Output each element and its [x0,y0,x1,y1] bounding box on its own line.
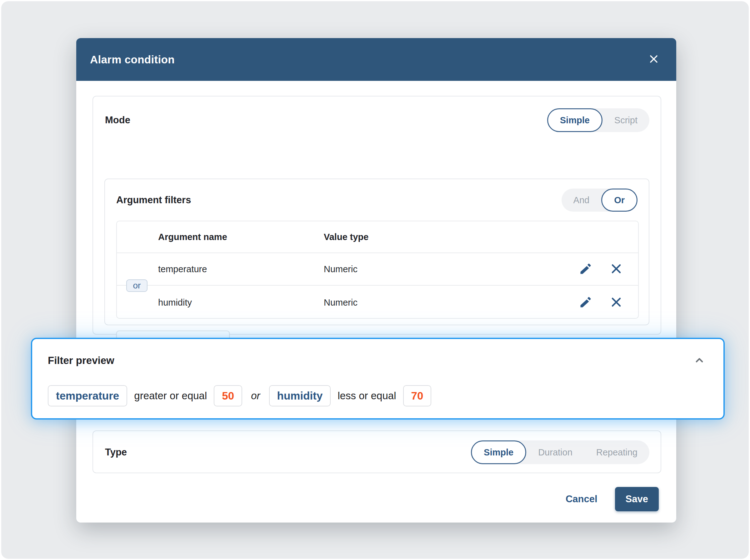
type-option-repeating[interactable]: Repeating [585,440,649,464]
value-type-cell: Numeric [324,264,357,274]
edit-icon [579,295,592,310]
remove-filter-button[interactable] [608,294,624,311]
row-join-operator-badge: or [126,279,147,292]
table-row: temperature Numeric [117,253,638,286]
argument-filters-table: Argument name Value type temperature Num… [116,221,639,319]
edit-filter-button[interactable] [577,294,594,311]
type-toggle: Simple Duration Repeating [471,440,649,464]
operator-toggle: And Or [561,189,637,212]
value-chip: 50 [214,385,242,407]
comparison-text: less or equal [337,390,396,402]
column-argument-name: Argument name [117,232,324,242]
mode-option-script[interactable]: Script [603,108,649,132]
argument-chip: humidity [269,385,331,407]
operator-option-and[interactable]: And [561,189,601,212]
comparison-text: greater or equal [134,390,207,402]
collapse-preview-button[interactable] [691,352,708,369]
dialog-footer: Cancel Save [76,476,676,522]
type-section: Type Simple Duration Repeating [93,431,661,473]
alarm-condition-dialog: Alarm condition Mode Simple Script Argum… [76,38,676,522]
argument-name-cell: temperature [117,264,324,274]
edit-icon [579,262,592,276]
filter-preview-label: Filter preview [48,355,114,367]
chevron-up-icon [692,353,706,368]
type-option-duration[interactable]: Duration [526,440,585,464]
delete-icon [609,262,623,276]
type-option-simple[interactable]: Simple [471,440,526,464]
delete-icon [609,295,623,310]
mode-section: Mode Simple Script Argument filters And … [93,96,661,335]
page-background: Alarm condition Mode Simple Script Argum… [1,1,749,559]
argument-name-cell: humidity [117,297,324,308]
remove-filter-button[interactable] [608,261,624,277]
save-button[interactable]: Save [615,487,659,511]
mode-option-simple[interactable]: Simple [547,108,603,132]
mode-toggle: Simple Script [547,108,649,132]
argument-filters-section: Argument filters And Or Argument name Va… [104,179,649,325]
type-label: Type [105,447,127,458]
argument-filters-label: Argument filters [116,194,191,206]
value-type-cell: Numeric [324,297,357,308]
column-value-type: Value type [324,232,369,242]
value-chip: 70 [403,385,432,407]
operator-text: or [249,390,262,402]
argument-chip: temperature [48,385,127,407]
filter-expression: temperature greater or equal 50 or humid… [48,385,431,407]
mode-label: Mode [105,115,130,126]
table-header: Argument name Value type [117,221,638,253]
dialog-title: Alarm condition [90,54,175,66]
filter-preview-panel: Filter preview temperature greater or eq… [31,338,725,419]
close-icon [648,53,660,66]
edit-filter-button[interactable] [577,261,594,277]
dialog-header: Alarm condition [76,38,676,81]
close-button[interactable] [645,51,663,68]
cancel-button[interactable]: Cancel [566,494,597,505]
table-row: humidity Numeric [117,286,638,319]
operator-option-or[interactable]: Or [601,189,637,212]
